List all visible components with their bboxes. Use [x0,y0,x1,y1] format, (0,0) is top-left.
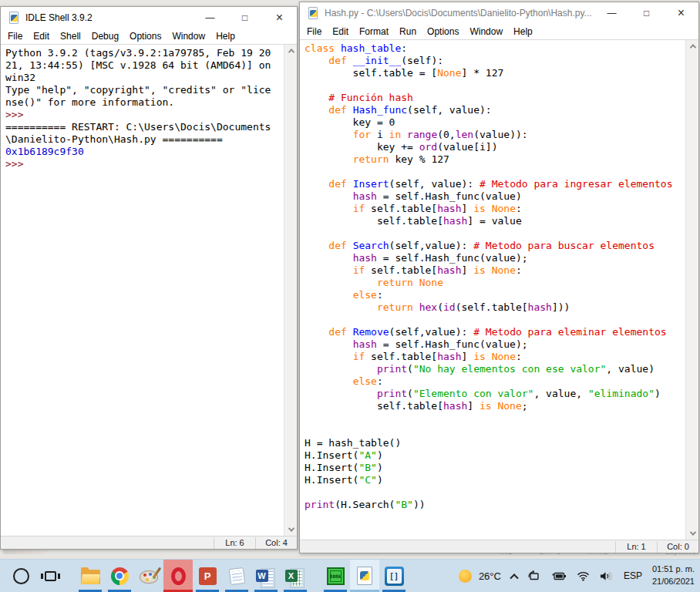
weather-widget[interactable]: 26°C [459,570,501,583]
wifi-icon[interactable] [577,571,590,581]
menu-item-options[interactable]: Options [124,29,167,43]
text-line [305,79,685,92]
taskbar-opera-icon[interactable] [163,560,193,592]
text-line: return hex(id(self.table[hash])) [305,301,685,314]
excel-icon: X [285,567,306,585]
text-line: 0x1b6189c9f30 [5,146,284,158]
rotation-lock-icon[interactable] [527,570,541,582]
taskbar-emu8086-icon[interactable]: 8086 [321,560,350,592]
text-line: def Search(self,value): # Metodo para bu… [305,240,685,252]
editor-text-area[interactable]: class hash_table: def __init__(self): se… [300,39,698,540]
hidden-icons-chevron-icon[interactable] [511,573,517,579]
menu-item-help[interactable]: Help [210,29,241,43]
menu-item-file[interactable]: File [2,29,28,43]
text-line: if self.table[hash] is None: [305,351,685,363]
text-line: 21, 13:44:55) [MSC v.1928 64 bit (AMD64)… [5,59,284,72]
text-line: return None [305,277,685,289]
editor-line-indicator: Ln: 1 [615,541,657,553]
text-line: self.table[hash] is None; [305,400,685,412]
minimize-button[interactable]: — [594,2,629,24]
text-line: nse()" for more information. [5,96,284,109]
python-file-icon [8,12,20,24]
scroll-down-icon[interactable] [284,523,297,536]
text-line: hash = self.Hash_func(value); [305,338,685,351]
menu-item-help[interactable]: Help [508,25,538,39]
close-button[interactable]: × [262,7,297,29]
weather-sun-icon [459,570,472,583]
shell-titlebar[interactable]: IDLE Shell 3.9.2 — □ × [1,7,297,29]
system-tray: 26°C [459,560,700,592]
taskbar-apps: PWX8086[] [6,560,409,592]
emu8086-icon: 8086 [327,567,345,585]
taskbar-brackets-icon[interactable]: [] [379,560,409,592]
battery-icon[interactable] [551,571,567,581]
close-button[interactable]: × [664,2,698,24]
minimize-button[interactable]: — [193,7,227,29]
maximize-button[interactable]: □ [227,7,262,29]
text-line [305,314,685,326]
editor-scrollbar[interactable] [685,40,698,540]
taskbar-notepad-icon[interactable] [222,560,251,592]
text-line: def Hash_func(self, value): [305,104,685,116]
menu-item-file[interactable]: File [301,25,327,39]
text-line: if self.table[hash] is None: [305,264,685,277]
language-indicator[interactable]: ESP [624,570,642,581]
text-line [305,166,685,178]
brackets-icon: [] [385,567,404,586]
text-line: # Función hash [305,92,685,104]
text-line: H = hash_table() [305,437,685,449]
taskbar-file-explorer-icon[interactable] [76,560,105,592]
text-line: print(H.Search("B")) [305,499,685,511]
text-line [305,425,685,437]
taskbar-word-icon[interactable]: W [251,560,281,592]
editor-window-title: Hash.py - C:\Users\Docis\Documents\Danie… [325,8,592,18]
clock[interactable]: 01:51 p. m. 21/06/2021 [652,563,695,588]
editor-column-indicator: Col: 0 [657,541,698,553]
volume-icon[interactable] [600,571,614,581]
file-explorer-icon [81,570,100,584]
text-line: >>> [5,109,284,121]
menu-item-edit[interactable]: Edit [28,29,55,43]
menu-item-window[interactable]: Window [464,25,508,39]
maximize-button[interactable]: □ [629,2,664,24]
text-line: H.Insert("A") [305,449,685,462]
menu-item-edit[interactable]: Edit [327,25,354,39]
taskbar-powerpoint-icon[interactable]: P [193,560,222,592]
menu-item-shell[interactable]: Shell [55,29,86,43]
taskbar-excel-icon[interactable]: X [281,560,310,592]
taskbar-cortana-icon[interactable] [6,560,35,592]
shell-output: Python 3.9.2 (tags/v3.9.2:1a79785, Feb 1… [1,45,284,536]
menu-item-run[interactable]: Run [394,25,422,39]
clock-date: 21/06/2021 [652,576,695,588]
text-line: def Remove(self,value): # Metodo para el… [305,326,685,338]
menu-item-window[interactable]: Window [167,29,210,43]
text-line: win32 [5,72,284,84]
taskbar-chrome-icon[interactable] [105,560,134,592]
scroll-up-icon[interactable] [686,40,698,52]
text-line: Type "help", "copyright", "credits" or "… [5,84,284,96]
menu-item-debug[interactable]: Debug [86,29,124,43]
shell-scrollbar[interactable] [284,45,297,536]
text-line: if self.table[hash] is None: [305,203,685,215]
idle-editor-window: Hash.py - C:\Users\Docis\Documents\Danie… [299,2,699,553]
text-line: def __init__(self): [305,55,685,67]
taskbar-task-view-icon[interactable] [35,560,65,592]
editor-titlebar[interactable]: Hash.py - C:\Users\Docis\Documents\Danie… [300,2,698,24]
python-idle-icon [357,567,372,585]
text-line: Python 3.9.2 (tags/v3.9.2:1a79785, Feb 1… [5,47,284,59]
menu-item-format[interactable]: Format [354,25,394,39]
powerpoint-icon: P [199,567,217,585]
scroll-up-icon[interactable] [284,45,297,57]
word-icon: W [256,567,277,585]
shell-line-indicator: Ln: 6 [214,537,255,549]
taskbar-python-idle-icon[interactable] [350,560,379,592]
scroll-down-icon[interactable] [686,527,698,540]
shell-text-area[interactable]: Python 3.9.2 (tags/v3.9.2:1a79785, Feb 1… [1,44,297,536]
shell-window-title: IDLE Shell 3.9.2 [25,12,93,23]
cortana-icon [13,568,29,584]
taskbar-paint-icon[interactable] [134,560,163,592]
shell-column-indicator: Col: 4 [255,537,297,549]
text-line: hash = self.Hash_func(value); [305,252,685,264]
text-line: else: [305,375,685,388]
menu-item-options[interactable]: Options [422,25,464,39]
